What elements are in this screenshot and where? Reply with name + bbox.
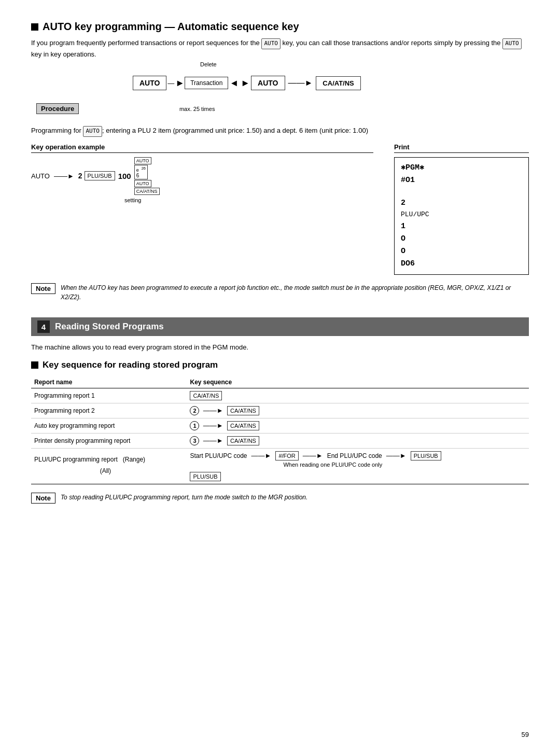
key-print-row: Key operation example AUTO ——► 2 PLU/SUB… [31,143,529,275]
print-line-9: DO6 [401,258,522,270]
report-name-4: Printer density programming report [31,433,187,448]
auto-key-box: AUTO [133,76,166,90]
plu-sub-key: PLU/SUB [85,171,115,180]
ca-at-ns-small: CA/AT/NS [134,188,160,195]
table-row: Programming report 2 2 ——► CA/AT/NS [31,403,529,418]
transaction-box: Transaction [185,77,228,89]
auto-key-title: AUTO key programming — Automatic sequenc… [31,21,529,33]
section4-desc: The machine allows you to read every pro… [31,342,529,353]
auto-sup-key: AUTO [134,157,151,164]
max-label: max. 25 times [179,106,361,112]
report-name-3: Auto key programming report [31,418,187,433]
key-operation-section: Key operation example AUTO ——► 2 PLU/SUB… [31,143,373,275]
reading-note-text: To stop reading PLU/UPC programming repo… [61,493,307,502]
section4-number: 4 [37,320,50,333]
reading-section: 4 Reading Stored Programs The machine al… [31,317,529,504]
print-line-8: O [401,245,522,258]
print-line-2: #O1 [401,174,522,187]
seq-2: 2 ——► CA/AT/NS [187,403,529,418]
seq-1: CA/AT/NS [187,388,529,403]
print-line-7: O [401,233,522,245]
section4-title: Reading Stored Programs [55,322,164,332]
ca-at-ns-box: CA/AT/NS [316,76,360,90]
report-name-5: PLU/UPC programming report (Range) (All) [31,448,187,484]
intro-text: If you program frequently performed tran… [31,38,529,59]
delete-label: Delete [200,61,217,67]
table-row: Auto key programming report 1 ——► CA/AT/… [31,418,529,433]
sequence-table: Report name Key sequence Programming rep… [31,376,529,484]
reading-note: Note To stop reading PLU/UPC programming… [31,493,529,504]
setting-label: setting [124,197,373,203]
procedure-area: Procedure Delete AUTO — ► Transaction ◄ … [31,68,529,117]
print-box: ✱PGM✱ #O1 2 PLU/UPC 1 O O DO6 [394,157,529,275]
print-line-4: 2 [401,197,522,210]
seq-4: 3 ——► CA/AT/NS [187,433,529,448]
table-row: Programming report 1 CA/AT/NS [31,388,529,403]
auto-key2: AUTO [134,180,151,187]
print-line-3 [401,187,522,198]
seq-3: 1 ——► CA/AT/NS [187,418,529,433]
report-name-2: Programming report 2 [31,403,187,418]
num2: 2 [78,172,82,180]
print-header: Print [394,143,529,153]
col-report-name: Report name [31,376,187,388]
table-row: PLU/UPC programming report (Range) (All)… [31,448,529,484]
print-line-6: 1 [401,220,522,233]
key-op-header: Key operation example [31,143,373,153]
note-content: When the AUTO key has been programmed to… [61,283,529,302]
auto-key-note: Note When the AUTO key has been programm… [31,283,529,302]
col-key-sequence: Key sequence [187,376,529,388]
procedure-label: Procedure [36,103,79,114]
report-name-1: Programming report 1 [31,388,187,403]
title-square [31,23,38,31]
e6-key: e 266 [134,165,148,179]
auto-key-section: AUTO key programming — Automatic sequenc… [31,21,529,302]
seq-5: Start PLU/UPC code ——► #/FOR ——► End PLU… [187,448,529,484]
subsection-square [31,361,38,369]
auto-label: AUTO [31,172,50,180]
subsection-title: Key sequence for reading stored program [31,360,529,370]
page-number: 59 [522,731,529,738]
print-section: Print ✱PGM✱ #O1 2 PLU/UPC 1 O O DO6 [394,143,529,275]
print-line-1: ✱PGM✱ [401,162,522,174]
print-line-5: PLU/UPC [401,210,522,220]
table-row: Printer density programming report 3 ——►… [31,433,529,448]
procedure-diagram: AUTO — ► Transaction ◄ ► AUTO ——► CA/AT/… [133,76,361,90]
auto-key-box2: AUTO [251,76,285,90]
example-desc: Programming for AUTO; entering a PLU 2 i… [31,125,529,137]
key-op-diagram: AUTO ——► 2 PLU/SUB 100 AUTO e 266 AUTO C… [31,157,373,195]
section4-header: 4 Reading Stored Programs [31,317,529,336]
